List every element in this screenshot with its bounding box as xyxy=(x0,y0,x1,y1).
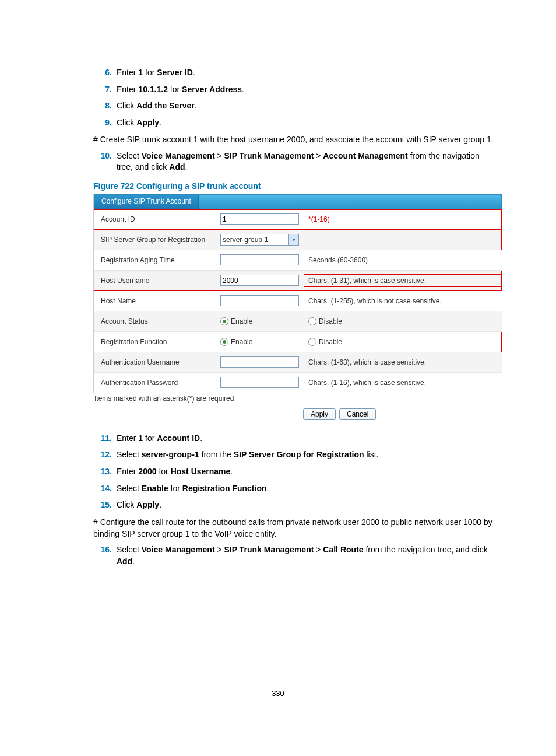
input-account-id[interactable] xyxy=(220,214,299,225)
figure-caption: Figure 722 Configuring a SIP trunk accou… xyxy=(93,181,498,191)
step-text: Select Voice Management > SIP Trunk Mana… xyxy=(117,544,498,567)
input-auth-username[interactable] xyxy=(220,356,299,368)
paragraph-create-account: # Create SIP trunk account 1 with the ho… xyxy=(93,134,498,145)
step-number: 15. xyxy=(93,499,117,511)
chevron-down-icon: ▾ xyxy=(288,235,298,245)
step-16: 16. Select Voice Management > SIP Trunk … xyxy=(93,544,498,567)
radio-icon xyxy=(220,338,228,346)
hint-host-username: Chars. (1-31), which is case sensitive. xyxy=(304,274,502,287)
step-text: Click Apply. xyxy=(117,499,498,511)
step-15: 15. Click Apply. xyxy=(93,499,498,511)
step-number: 14. xyxy=(93,483,117,495)
hint-reg-aging: Seconds (60-3600) xyxy=(304,254,502,267)
label-reg-function: Registration Function xyxy=(94,335,219,348)
radio-icon xyxy=(308,338,316,346)
steps-list-10: 10. Select Voice Management > SIP Trunk … xyxy=(93,150,498,173)
page-number: 330 xyxy=(0,689,556,698)
hint-account-id: *(1-16) xyxy=(304,213,502,226)
label-reg-aging: Registration Aging Time xyxy=(94,254,219,267)
row-registration-function: Registration Function Enable Disable xyxy=(94,332,502,352)
paragraph-call-route: # Configure the call route for the outbo… xyxy=(93,516,498,540)
label-account-status: Account Status xyxy=(94,315,219,328)
step-10: 10. Select Voice Management > SIP Trunk … xyxy=(93,150,498,173)
step-7: 7. Enter 10.1.1.2 for Server Address. xyxy=(93,84,498,96)
hint-auth-password: Chars. (1-16), which is case sensitive. xyxy=(304,376,502,389)
sip-trunk-form: Configure SIP Trunk Account Account ID *… xyxy=(93,194,502,393)
label-auth-username: Authentication Username xyxy=(94,356,219,369)
form-header-tab: Configure SIP Trunk Account xyxy=(94,195,199,209)
step-14: 14. Select Enable for Registration Funct… xyxy=(93,483,498,495)
radio-account-status-enable[interactable]: Enable xyxy=(220,317,252,326)
step-text: Select server-group-1 from the SIP Serve… xyxy=(117,449,498,461)
step-text: Click Apply. xyxy=(117,117,498,129)
row-auth-password: Authentication Password Chars. (1-16), w… xyxy=(94,373,502,393)
step-text: Enter 10.1.1.2 for Server Address. xyxy=(117,84,498,96)
radio-reg-function-enable[interactable]: Enable xyxy=(220,338,252,346)
step-number: 9. xyxy=(93,117,117,129)
steps-list-b: 11. Enter 1 for Account ID. 12. Select s… xyxy=(93,433,498,511)
step-text: Enter 2000 for Host Username. xyxy=(117,466,498,478)
step-number: 16. xyxy=(93,544,117,567)
step-text: Select Enable for Registration Function. xyxy=(117,483,498,495)
step-number: 13. xyxy=(93,466,117,478)
hint-host-name: Chars. (1-255), which is not case sensit… xyxy=(304,295,502,307)
label-sip-group: SIP Server Group for Registration xyxy=(94,233,219,246)
input-host-username[interactable] xyxy=(220,275,299,286)
hint-auth-username: Chars. (1-63), which is case sensitive. xyxy=(304,356,502,369)
step-number: 7. xyxy=(93,84,117,96)
row-account-status: Account Status Enable Disable xyxy=(94,312,502,332)
form-required-note: Items marked with an asterisk(*) are req… xyxy=(93,393,498,402)
step-text: Enter 1 for Server ID. xyxy=(117,67,498,79)
step-8: 8. Click Add the Server. xyxy=(93,100,498,112)
step-text: Click Add the Server. xyxy=(117,100,498,112)
row-reg-aging: Registration Aging Time Seconds (60-3600… xyxy=(94,250,502,271)
step-number: 6. xyxy=(93,67,117,79)
row-sip-server-group: SIP Server Group for Registration server… xyxy=(94,230,502,250)
step-number: 12. xyxy=(93,449,117,461)
select-sip-group[interactable]: server-group-1 ▾ xyxy=(220,234,299,246)
row-auth-username: Authentication Username Chars. (1-63), w… xyxy=(94,352,502,373)
step-13: 13. Enter 2000 for Host Username. xyxy=(93,466,498,478)
step-number: 11. xyxy=(93,433,117,444)
row-host-name: Host Name Chars. (1-255), which is not c… xyxy=(94,291,502,312)
step-9: 9. Click Apply. xyxy=(93,117,498,129)
cancel-button[interactable]: Cancel xyxy=(339,408,376,420)
row-host-username: Host Username Chars. (1-31), which is ca… xyxy=(94,271,502,291)
step-number: 10. xyxy=(93,150,117,173)
steps-list-a: 6. Enter 1 for Server ID. 7. Enter 10.1.… xyxy=(93,67,498,128)
label-host-name: Host Name xyxy=(94,295,219,307)
steps-list-16: 16. Select Voice Management > SIP Trunk … xyxy=(93,544,498,567)
label-host-username: Host Username xyxy=(94,274,219,287)
step-text: Enter 1 for Account ID. xyxy=(117,433,498,444)
step-text: Select Voice Management > SIP Trunk Mana… xyxy=(117,150,498,173)
label-auth-password: Authentication Password xyxy=(94,376,219,389)
radio-account-status-disable[interactable]: Disable xyxy=(308,317,342,326)
label-account-id: Account ID xyxy=(94,213,219,226)
input-auth-password[interactable] xyxy=(220,377,299,388)
step-12: 12. Select server-group-1 from the SIP S… xyxy=(93,449,498,461)
radio-reg-function-disable[interactable]: Disable xyxy=(308,338,342,346)
step-6: 6. Enter 1 for Server ID. xyxy=(93,67,498,79)
input-host-name[interactable] xyxy=(220,295,299,306)
step-number: 8. xyxy=(93,100,117,112)
apply-button[interactable]: Apply xyxy=(303,408,336,420)
row-account-id: Account ID *(1-16) xyxy=(94,209,502,230)
radio-icon xyxy=(308,317,316,326)
form-button-row: Apply Cancel xyxy=(93,408,501,420)
step-11: 11. Enter 1 for Account ID. xyxy=(93,433,498,444)
radio-icon xyxy=(220,317,228,326)
input-reg-aging[interactable] xyxy=(220,254,299,265)
form-header: Configure SIP Trunk Account xyxy=(94,194,502,209)
